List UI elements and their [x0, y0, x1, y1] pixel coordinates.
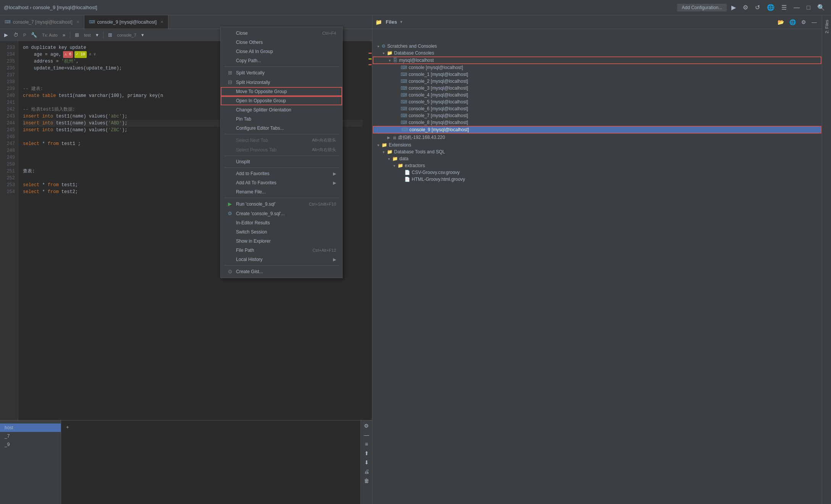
warn-badge: ✓ 10 — [74, 51, 87, 58]
side-up-icon[interactable]: ⬆ — [364, 449, 370, 457]
db-tools-icon: 📁 — [387, 149, 393, 155]
side-print-icon[interactable]: 🖨 — [363, 468, 370, 475]
side-tab-files[interactable]: 2: Files — [823, 17, 830, 36]
menu-create[interactable]: ⚙ Create 'console_9.sql'... — [221, 209, 342, 218]
bottom-tab-9[interactable]: _9 — [0, 440, 61, 449]
tree-console8[interactable]: ⌨ console_8 [mysql@localhost] — [372, 119, 822, 126]
tab-console7[interactable]: ⌨ console_7 [mysql@localhost] ✕ — [0, 15, 84, 29]
editor-scroll-bar[interactable] — [367, 41, 372, 420]
tree-mysql-localhost[interactable]: ▾ 🗄 mysql@localhost — [373, 57, 821, 64]
tree-console7[interactable]: ⌨ console_7 [mysql@localhost] — [372, 112, 822, 119]
side-settings-icon[interactable]: ⚙ — [363, 422, 370, 430]
menu-sep6 — [224, 265, 339, 266]
tree-console[interactable]: ⌨ console [mysql@localhost] — [372, 64, 822, 71]
update-icon[interactable]: ↺ — [753, 3, 762, 12]
menu-close-others[interactable]: Close Others — [221, 38, 342, 47]
files-globe-icon[interactable]: 🌐 — [787, 18, 798, 26]
menu-copy-path[interactable]: Copy Path... — [221, 56, 342, 65]
menu-local-history[interactable]: Local History ▶ — [221, 255, 342, 264]
globe-icon[interactable]: 🌐 — [765, 3, 777, 12]
tree-console3[interactable]: ⌨ console_3 [mysql@localhost] — [372, 85, 822, 92]
files-close-icon[interactable]: — — [810, 18, 819, 26]
menu-in-editor[interactable]: In-Editor Results — [221, 218, 342, 227]
tree-scratches-consoles[interactable]: ▾ ⚙ Scratches and Consoles — [372, 43, 822, 50]
menu-configure-tabs[interactable]: Configure Editor Tabs... — [221, 124, 342, 133]
history-button[interactable]: ⏱ — [11, 31, 20, 39]
tree-console9[interactable]: ⌨ console_9 [mysql@localhost] — [373, 126, 821, 133]
tree-extractors[interactable]: ▾ 📁 extractors — [372, 162, 822, 169]
menu-rename[interactable]: Rename File... — [221, 187, 342, 196]
menu-run[interactable]: ▶ Run 'console_9.sql' Ctrl+Shift+F10 — [221, 199, 342, 209]
tree-arrow-db-consoles: ▾ — [381, 51, 386, 55]
menu-file-path[interactable]: File Path Ctrl+Alt+F12 — [221, 246, 342, 255]
test-label: test — [82, 33, 92, 37]
menu-switch-session[interactable]: Switch Session — [221, 227, 342, 237]
tree-console7-label: console_7 [mysql@localhost] — [409, 113, 468, 118]
console1-icon: ⌨ — [401, 72, 407, 77]
menu-change-splitter[interactable]: Change Splitter Orientation — [221, 105, 342, 114]
tab-console9-close[interactable]: ✕ — [160, 20, 163, 24]
add-configuration-button[interactable]: Add Configuration... — [677, 4, 727, 11]
run-button[interactable]: ▶ — [2, 31, 10, 39]
test-dropdown[interactable]: ▾ — [94, 31, 100, 39]
files-folder-nav-icon[interactable]: 📂 — [776, 18, 786, 26]
bottom-main: + — [61, 420, 361, 504]
menu-close[interactable]: Close Ctrl+F4 — [221, 29, 342, 38]
tree-console2-label: console_2 [mysql@localhost] — [409, 79, 468, 84]
menu-pin-tab[interactable]: Pin Tab — [221, 114, 342, 124]
console6-icon: ⌨ — [401, 106, 407, 111]
menu-move-opposite[interactable]: Move To Opposite Group — [221, 87, 342, 96]
tree-extensions[interactable]: ▾ 📁 Extensions — [372, 142, 822, 148]
side-down-icon[interactable]: ⬇ — [364, 459, 370, 466]
menu-add-all-favorites[interactable]: Add All To Favorites ▶ — [221, 178, 342, 187]
tree-console8-label: console_8 [mysql@localhost] — [409, 120, 468, 125]
menu-open-opposite[interactable]: Open In Opposite Group — [221, 96, 342, 105]
add-bottom-button[interactable]: + — [64, 423, 71, 431]
tree-console2[interactable]: ⌨ console_2 [mysql@localhost] — [372, 78, 822, 85]
search-icon[interactable]: 🔍 — [815, 3, 827, 12]
menu-create-gist[interactable]: ⊙ Create Gist... — [221, 267, 342, 276]
menu-in-editor-label: In-Editor Results — [236, 220, 270, 225]
tree-database-consoles[interactable]: ▾ 📁 Database Consoles — [372, 50, 822, 56]
tx-dropdown[interactable]: » — [61, 31, 67, 39]
menu-split-vert[interactable]: ⊞ Split Vertically — [221, 68, 342, 77]
bottom-tab-host[interactable]: host — [0, 423, 61, 432]
files-dropdown-icon[interactable]: ▾ — [400, 19, 403, 24]
build-icon[interactable]: ⚙ — [740, 3, 750, 12]
menu-add-favorites[interactable]: Add to Favorites ▶ — [221, 169, 342, 178]
menu-close-all[interactable]: Close All In Group — [221, 47, 342, 56]
minimize-icon[interactable]: — — [791, 3, 802, 12]
tree-csv[interactable]: 📄 CSV-Groovy.csv.groovy — [372, 169, 822, 176]
tab-console7-close[interactable]: ✕ — [76, 20, 79, 24]
mysql-icon: 🗄 — [393, 58, 398, 63]
menu-unsplit[interactable]: Unsplit — [221, 157, 342, 166]
tree-console6[interactable]: ⌨ console_6 [mysql@localhost] — [372, 105, 822, 112]
menu-show-explorer[interactable]: Show in Explorer — [221, 237, 342, 246]
console-dropdown[interactable]: ▾ — [139, 31, 146, 39]
console-button[interactable]: ⊞ — [106, 31, 114, 39]
tree-console4[interactable]: ⌨ console_4 [mysql@localhost] — [372, 92, 822, 98]
console9-icon: ⌨ — [89, 19, 95, 24]
warn-mark — [369, 58, 372, 60]
maximize-icon[interactable]: □ — [804, 3, 813, 12]
tree-data[interactable]: ▾ 📁 data — [372, 155, 822, 162]
run-icon[interactable]: ▶ — [729, 3, 738, 12]
tree-console5[interactable]: ⌨ console_5 [mysql@localhost] — [372, 98, 822, 105]
tree-db-tools[interactable]: ▾ 📁 Database Tools and SQL — [372, 148, 822, 155]
tree-console9-label: console_9 [mysql@localhost] — [409, 127, 469, 132]
files-settings-icon[interactable]: ⚙ — [799, 18, 808, 26]
side-layout-icon[interactable]: ≡ — [364, 440, 369, 448]
side-delete-icon[interactable]: 🗑 — [363, 477, 370, 485]
grid-button[interactable]: ⊞ — [73, 31, 81, 39]
menu-split-horiz[interactable]: ⊟ Split Horizontally — [221, 77, 342, 87]
console8-icon: ⌨ — [401, 120, 407, 125]
layout-icon[interactable]: ☰ — [779, 3, 789, 12]
tab-console9[interactable]: ⌨ console_9 [mysql@localhost] ✕ — [84, 15, 169, 29]
tree-console1[interactable]: ⌨ console_1 [mysql@localhost] — [372, 71, 822, 78]
tree-vm[interactable]: ▶ 🖥 虚拟机-192.168.43.220 — [372, 134, 822, 142]
bottom-tab-7[interactable]: _7 — [0, 432, 61, 440]
files-title: Files — [386, 19, 397, 25]
side-minus-icon[interactable]: — — [363, 431, 370, 439]
settings-button[interactable]: 🔧 — [29, 31, 39, 39]
tree-html[interactable]: 📄 HTML-Groovy.html.groovy — [372, 176, 822, 183]
